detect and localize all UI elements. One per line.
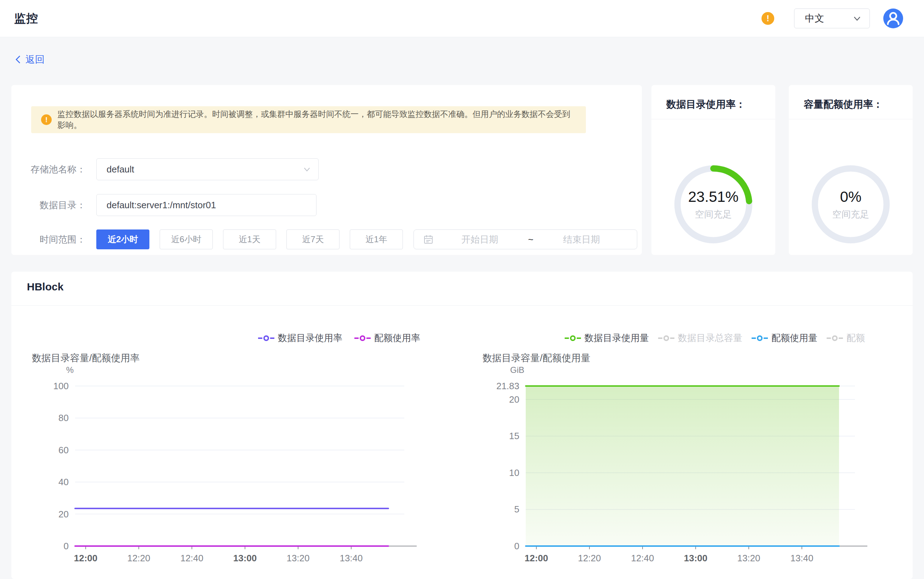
legend-label: 配额 (846, 332, 865, 344)
svg-text:12:00: 12:00 (525, 553, 549, 563)
page-title: 监控 (14, 11, 38, 26)
data-dir-row: 数据目录： default:server1:/mnt/stor01 (11, 194, 317, 216)
svg-text:80: 80 (59, 412, 69, 423)
gauge-value: 23.51% (688, 188, 738, 205)
legend-line-icon (752, 335, 768, 341)
date-range-separator: ~ (526, 234, 535, 245)
user-avatar-icon (883, 8, 903, 28)
divider (11, 305, 913, 306)
legend-item-on[interactable]: 配额使用量 (752, 332, 818, 344)
topbar-actions: ! 中文 (761, 8, 903, 28)
warning-text: 监控数据以服务器系统时间为准进行记录。时间被调整，或集群中服务器时间不统一，都可… (57, 109, 576, 131)
gauge-center: 23.51% 空间充足 (672, 162, 755, 246)
legend-label: 数据目录使用量 (584, 332, 649, 344)
legend-label: 数据目录总容量 (678, 332, 743, 344)
usage-rate-chart-container: 数据目录使用率配额使用率数据目录容量/配额使用率%10080604020012:… (11, 318, 462, 579)
gauge-card-quota-usage: 容量配额使用率： 0% 空间充足 (789, 85, 913, 255)
legend-label: 配额使用量 (771, 332, 818, 344)
chevron-left-icon (14, 54, 22, 65)
date-range-picker[interactable]: 开始日期 ~ 结束日期 (413, 229, 637, 249)
legend-line-icon (258, 335, 274, 341)
back-link[interactable]: 返回 (14, 53, 45, 66)
svg-text:13:40: 13:40 (790, 553, 813, 563)
divider (789, 119, 913, 119)
section-title: HBlock (27, 281, 64, 293)
svg-text:10: 10 (509, 468, 519, 478)
svg-text:13:00: 13:00 (233, 553, 257, 563)
legend-item-off[interactable]: 配额 (827, 332, 865, 344)
page: 监控 ! 中文 返回 ! 监控数据以服务器系统时间为准进行记录 (0, 0, 924, 579)
legend-line-icon (658, 335, 674, 341)
top-header: 监控 ! 中文 (0, 0, 924, 37)
filter-card: ! 监控数据以服务器系统时间为准进行记录。时间被调整，或集群中服务器时间不统一，… (11, 85, 642, 255)
svg-text:12:40: 12:40 (631, 553, 654, 563)
warning-icon: ! (41, 114, 52, 125)
data-dir-value: default:server1:/mnt/stor01 (106, 200, 216, 211)
legend-item-off[interactable]: 数据目录总容量 (658, 332, 743, 344)
svg-text:13:20: 13:20 (286, 553, 309, 563)
time-range-button-5[interactable]: 近1年 (350, 229, 403, 249)
time-range-label: 时间范围： (11, 233, 86, 246)
legend-line-icon (827, 335, 843, 341)
data-dir-input[interactable]: default:server1:/mnt/stor01 (96, 194, 317, 216)
back-link-label: 返回 (26, 53, 45, 66)
language-selector[interactable]: 中文 (794, 8, 870, 28)
calendar-icon (423, 234, 434, 245)
gauge-status: 空间充足 (695, 208, 732, 221)
svg-text:13:20: 13:20 (737, 553, 760, 563)
divider (651, 119, 775, 119)
pool-select[interactable]: default (96, 158, 318, 180)
pool-name-label: 存储池名称： (11, 163, 86, 176)
gauge-card-datadir-usage: 数据目录使用率： 23.51% 空间充足 (651, 85, 775, 255)
warning-banner: ! 监控数据以服务器系统时间为准进行记录。时间被调整，或集群中服务器时间不统一，… (31, 106, 586, 133)
svg-text:40: 40 (59, 477, 69, 487)
language-label: 中文 (805, 12, 824, 25)
gauge-value: 0% (840, 188, 862, 205)
hblock-section: HBlock 数据目录使用率配额使用率数据目录容量/配额使用率%10080604… (11, 272, 913, 579)
usage-rate-chart: 10080604020012:0012:2012:4013:0013:2013:… (11, 371, 462, 579)
gauge-title: 容量配额使用率： (804, 98, 883, 111)
time-range-buttons: 近2小时近6小时近1天近7天近1年 (96, 229, 403, 249)
svg-text:12:40: 12:40 (180, 553, 203, 563)
svg-text:13:00: 13:00 (684, 553, 708, 563)
legend-line-icon (354, 335, 371, 341)
svg-text:0: 0 (64, 541, 69, 551)
user-avatar[interactable] (883, 8, 903, 28)
svg-text:12:20: 12:20 (578, 553, 601, 563)
chevron-down-icon (303, 165, 311, 173)
chart-legend: 数据目录使用率配额使用率 (258, 332, 420, 344)
legend-label: 配额使用率 (374, 332, 420, 344)
gauge-center: 0% 空间充足 (809, 162, 893, 246)
start-date-placeholder[interactable]: 开始日期 (434, 233, 526, 246)
time-range-button-4[interactable]: 近7天 (286, 229, 340, 249)
svg-text:20: 20 (59, 509, 69, 520)
svg-text:0: 0 (514, 541, 519, 551)
legend-item-on[interactable]: 配额使用率 (354, 332, 420, 344)
gauge-title: 数据目录使用率： (666, 98, 746, 111)
svg-text:12:20: 12:20 (127, 553, 150, 563)
svg-text:15: 15 (509, 431, 519, 441)
svg-text:12:00: 12:00 (74, 553, 98, 563)
gauge: 23.51% 空间充足 (672, 162, 755, 246)
svg-text:5: 5 (514, 504, 519, 515)
legend-item-on[interactable]: 数据目录使用量 (565, 332, 649, 344)
time-range-button-3[interactable]: 近1天 (223, 229, 276, 249)
legend-item-on[interactable]: 数据目录使用率 (258, 332, 342, 344)
svg-text:21.83: 21.83 (496, 381, 519, 391)
warning-icon[interactable]: ! (761, 12, 774, 25)
chart-title: 数据目录容量/配额使用量 (483, 352, 591, 365)
time-range-button-1[interactable]: 近2小时 (96, 229, 149, 249)
usage-amount-chart: 21.832015105012:0012:2012:4013:0013:2013… (462, 371, 913, 579)
usage-amount-chart-container: 数据目录使用量数据目录总容量配额使用量配额数据目录容量/配额使用量GiB21.8… (462, 318, 913, 579)
end-date-placeholder[interactable]: 结束日期 (535, 233, 628, 246)
chevron-down-icon (852, 14, 862, 23)
svg-text:13:40: 13:40 (340, 553, 362, 563)
gauge: 0% 空间充足 (809, 162, 893, 246)
legend-label: 数据目录使用率 (278, 332, 342, 344)
back-row: 返回 (14, 51, 45, 68)
chart-title: 数据目录容量/配额使用率 (32, 352, 140, 365)
chart-legend: 数据目录使用量数据目录总容量配额使用量配额 (565, 332, 865, 344)
legend-line-icon (565, 335, 581, 341)
time-range-button-2[interactable]: 近6小时 (160, 229, 213, 249)
pool-select-value: default (106, 164, 134, 175)
